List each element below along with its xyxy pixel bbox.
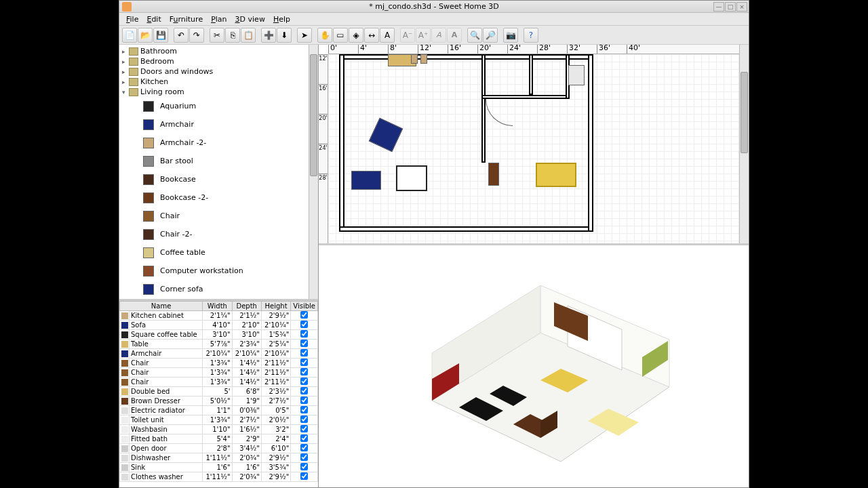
visible-checkbox[interactable] — [300, 396, 308, 404]
table-row[interactable]: Chair1'3¾"1'4½"2'11½" — [120, 368, 318, 378]
table-row[interactable]: Brown Dresser5'0½"1'9"2'7½" — [120, 396, 318, 406]
catalog-item[interactable]: Armchair -2- — [121, 134, 317, 152]
table-row[interactable]: Electric radiator1'1"0'0⅜"0'5" — [120, 406, 318, 415]
furn-armchair-2d[interactable] — [369, 118, 403, 152]
catalog-item[interactable]: Computer workstation — [121, 262, 317, 280]
furniture-catalog[interactable]: ▸Bathroom▸Bedroom▸Doors and windows▸Kitc… — [119, 45, 318, 301]
visible-checkbox[interactable] — [300, 463, 308, 470]
visible-checkbox[interactable] — [300, 425, 308, 432]
text-size-inc[interactable]: A⁺ — [416, 28, 431, 43]
table-row[interactable]: Toilet unit1'3¾"2'7½"2'0½" — [120, 415, 318, 425]
table-row[interactable]: Washbasin1'10"1'6½"3'2" — [120, 425, 318, 434]
copy-button[interactable]: ⎘ — [225, 28, 240, 43]
dimension-tool[interactable]: ↔ — [364, 28, 379, 43]
visible-checkbox[interactable] — [300, 349, 308, 357]
menu-3d-view[interactable]: 3D view — [231, 14, 269, 25]
table-row[interactable]: Clothes washer1'11½"2'0¾"2'9½" — [120, 472, 318, 482]
tree-category[interactable]: ▸Kitchen — [121, 77, 317, 87]
table-row[interactable]: Chair1'3¾"1'4½"2'11½" — [120, 378, 318, 387]
visible-checkbox[interactable] — [300, 472, 308, 480]
tree-category[interactable]: ▸Bathroom — [121, 46, 317, 56]
menu-plan[interactable]: Plan — [207, 14, 231, 25]
table-row[interactable]: Chair1'3¾"1'4½"2'11½" — [120, 359, 318, 368]
visible-checkbox[interactable] — [300, 415, 308, 423]
cut-button[interactable]: ✂ — [210, 28, 224, 43]
visible-checkbox[interactable] — [300, 368, 308, 375]
furn-dresser-2d[interactable] — [488, 163, 499, 186]
titlebar[interactable]: * mj_condo.sh3d - Sweet Home 3D — □ × — [119, 1, 749, 13]
text-size-dec[interactable]: A⁻ — [400, 28, 415, 43]
zoom-out-button[interactable]: 🔎 — [483, 28, 498, 43]
furn-chair-2d[interactable] — [411, 54, 418, 64]
furn-sofa-2d[interactable] — [351, 171, 381, 190]
select-tool[interactable]: ➤ — [297, 28, 312, 43]
catalog-item[interactable]: Aquarium — [121, 97, 317, 115]
visible-checkbox[interactable] — [300, 453, 308, 461]
catalog-item[interactable]: Coffee table — [121, 243, 317, 262]
plan-view-2d[interactable]: 0'4'8'12'16'20'24'28'32'36'40' 12'16'20'… — [319, 45, 749, 245]
room-tool[interactable]: ◈ — [349, 28, 363, 43]
add-furniture-button[interactable]: ➕ — [261, 28, 276, 43]
tree-category[interactable]: ▸Bedroom — [121, 56, 317, 66]
table-row[interactable]: Sink1'6"1'6"3'5¾" — [120, 463, 318, 472]
furn-coffee-table-2d[interactable] — [396, 165, 427, 191]
wall-tool[interactable]: ▭ — [333, 28, 348, 43]
undo-button[interactable]: ↶ — [174, 28, 189, 43]
furn-chair-2d[interactable] — [420, 54, 427, 64]
furniture-list[interactable]: NameWidthDepthHeightVisibleKitchen cabin… — [119, 301, 318, 487]
table-row[interactable]: Sofa4'10"2'10"2'10¼" — [120, 321, 318, 330]
open-button[interactable]: 📂 — [138, 28, 153, 43]
catalog-item[interactable]: Corner sofa — [121, 280, 317, 298]
table-row[interactable]: Double bed5'6'8"2'3½" — [120, 387, 318, 396]
redo-button[interactable]: ↷ — [189, 28, 204, 43]
catalog-item[interactable]: Armchair — [121, 115, 317, 134]
furn-bed-2d[interactable] — [536, 163, 576, 187]
text-tool[interactable]: A — [380, 28, 395, 43]
camera-button[interactable]: 📷 — [503, 28, 518, 43]
new-button[interactable]: 📄 — [122, 28, 137, 43]
view-3d[interactable] — [319, 245, 749, 487]
save-button[interactable]: 💾 — [153, 28, 168, 43]
tree-category[interactable]: ▾Living room — [121, 87, 317, 97]
table-row[interactable]: Kitchen cabinet2'1¼"2'1½"2'9½" — [120, 311, 318, 321]
col-name[interactable]: Name — [120, 302, 203, 311]
visible-checkbox[interactable] — [300, 378, 308, 385]
visible-checkbox[interactable] — [300, 311, 308, 319]
close-button[interactable]: × — [736, 2, 747, 12]
table-row[interactable]: Table5'7⅞"2'3¾"2'5¼" — [120, 340, 318, 349]
text-bold[interactable]: A — [447, 28, 462, 43]
col-header[interactable]: Visible — [291, 302, 318, 311]
plan-scrollbar[interactable] — [739, 45, 749, 243]
visible-checkbox[interactable] — [300, 387, 308, 394]
menu-edit[interactable]: Edit — [142, 14, 165, 25]
col-header[interactable]: Depth — [232, 302, 261, 311]
menu-furniture[interactable]: Furniture — [165, 14, 207, 25]
help-button[interactable]: ? — [524, 28, 538, 43]
catalog-item[interactable]: Bar stool — [121, 152, 317, 170]
catalog-scrollbar[interactable] — [309, 45, 318, 299]
pan-tool[interactable]: ✋ — [317, 28, 332, 43]
tree-category[interactable]: ▸Doors and windows — [121, 66, 317, 77]
catalog-item[interactable]: Chair — [121, 207, 317, 225]
maximize-button[interactable]: □ — [725, 2, 736, 12]
menu-help[interactable]: Help — [269, 14, 294, 25]
table-row[interactable]: Open door2'8"3'4½"6'10" — [120, 444, 318, 453]
text-italic[interactable]: A — [431, 28, 446, 43]
catalog-item[interactable]: Bookcase -2- — [121, 188, 317, 207]
paste-button[interactable]: 📋 — [241, 28, 256, 43]
table-row[interactable]: Dishwasher1'11½"2'0¾"2'9½" — [120, 453, 318, 463]
visible-checkbox[interactable] — [300, 321, 308, 328]
visible-checkbox[interactable] — [300, 444, 308, 451]
visible-checkbox[interactable] — [300, 340, 308, 347]
table-row[interactable]: Armchair2'10¼"2'10¼"2'10¼" — [120, 349, 318, 359]
zoom-in-button[interactable]: 🔍 — [467, 28, 482, 43]
col-header[interactable]: Width — [203, 302, 232, 311]
table-row[interactable]: Fitted bath5'4"2'9"2'4" — [120, 434, 318, 444]
menu-file[interactable]: File — [122, 14, 142, 25]
minimize-button[interactable]: — — [713, 2, 724, 12]
catalog-item[interactable]: Chair -2- — [121, 225, 317, 243]
visible-checkbox[interactable] — [300, 434, 308, 442]
visible-checkbox[interactable] — [300, 330, 308, 338]
col-header[interactable]: Height — [261, 302, 290, 311]
table-row[interactable]: Square coffee table3'10"3'10"1'5¾" — [120, 330, 318, 340]
